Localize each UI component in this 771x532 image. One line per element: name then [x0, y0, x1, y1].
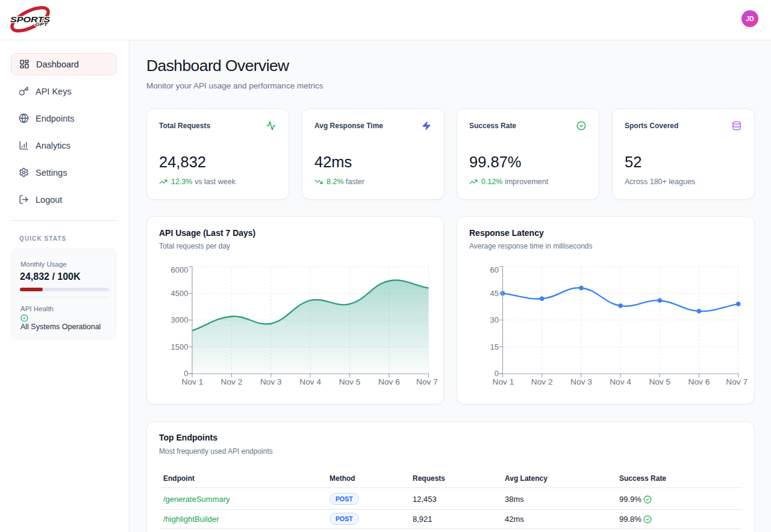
- svg-text:Nov 1: Nov 1: [493, 377, 514, 386]
- svg-text:Nov 4: Nov 4: [610, 377, 631, 386]
- svg-text:0: 0: [495, 369, 499, 378]
- svg-text:45: 45: [490, 289, 499, 298]
- svg-text:Nov 6: Nov 6: [378, 377, 400, 386]
- svg-text:Nov 5: Nov 5: [649, 377, 670, 386]
- svg-text:0: 0: [184, 369, 188, 378]
- svg-text:Nov 2: Nov 2: [221, 377, 243, 386]
- svg-text:6000: 6000: [171, 265, 189, 274]
- svg-text:GPT: GPT: [35, 22, 48, 27]
- svg-text:60: 60: [490, 265, 499, 274]
- svg-text:Nov 5: Nov 5: [339, 377, 361, 386]
- svg-text:Nov 3: Nov 3: [260, 377, 282, 386]
- svg-text:1500: 1500: [171, 342, 189, 351]
- svg-text:Nov 2: Nov 2: [531, 377, 553, 386]
- svg-text:Nov 7: Nov 7: [726, 377, 748, 386]
- svg-text:Nov 1: Nov 1: [182, 377, 204, 386]
- svg-text:15: 15: [490, 342, 499, 351]
- svg-text:30: 30: [490, 315, 499, 324]
- svg-text:Nov 3: Nov 3: [570, 377, 592, 386]
- svg-text:Nov 7: Nov 7: [416, 377, 438, 386]
- svg-text:Nov 6: Nov 6: [688, 377, 710, 386]
- svg-text:3000: 3000: [171, 315, 189, 324]
- svg-text:Nov 4: Nov 4: [299, 377, 321, 386]
- svg-text:4500: 4500: [171, 289, 189, 298]
